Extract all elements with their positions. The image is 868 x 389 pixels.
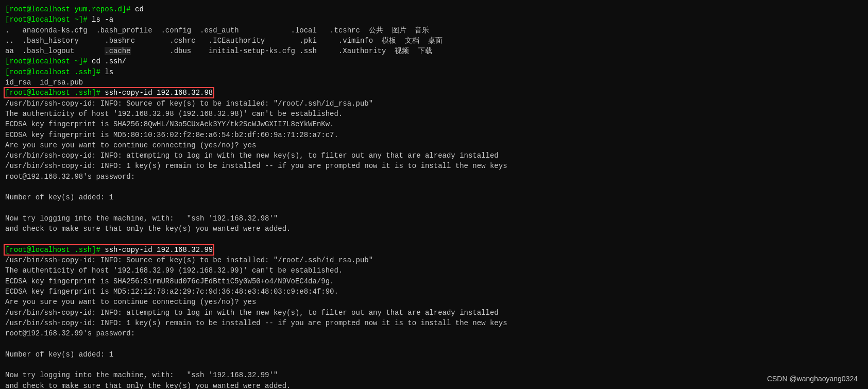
terminal-line: root@192.168.32.99's password: (5, 328, 863, 339)
terminal-line: ECDSA key fingerprint is MD5:12:12:78:a2… (5, 286, 863, 297)
terminal-line: Number of key(s) added: 1 (5, 192, 863, 202)
terminal-line: /usr/bin/ssh-copy-id: INFO: 1 key(s) rem… (5, 318, 863, 328)
terminal-line: id_rsa id_rsa.pub (5, 77, 863, 88)
terminal-line: .. .bash_history .bashrc .cshrc .ICEauth… (5, 36, 863, 46)
terminal-line: /usr/bin/ssh-copy-id: INFO: 1 key(s) rem… (5, 161, 863, 171)
terminal-line: . anaconda-ks.cfg .bash_profile .config … (5, 25, 863, 36)
terminal-line-cmd1: [root@localhost .ssh]# ssh-copy-id 192.1… (5, 88, 863, 98)
terminal-line: aa .bash_logout .cache .dbus initial-set… (5, 46, 863, 56)
terminal-line: Now try logging into the machine, with: … (5, 213, 863, 224)
terminal-line: and check to make sure that only the key… (5, 224, 863, 234)
terminal-line-blank (5, 234, 863, 245)
terminal-line: ECDSA key fingerprint is MD5:80:10:36:02… (5, 130, 863, 140)
terminal-line: root@192.168.32.98's password: (5, 172, 863, 182)
terminal-line-blank (5, 182, 863, 192)
terminal-line: and check to make sure that only the key… (5, 381, 863, 389)
terminal-line: The authenticity of host '192.168.32.98 … (5, 109, 863, 119)
terminal-line-blank (5, 203, 863, 213)
terminal-line: ECDSA key fingerprint is SHA256:8QwHL/N3… (5, 119, 863, 129)
terminal-line: The authenticity of host '192.168.32.99 … (5, 265, 863, 276)
terminal-line: /usr/bin/ssh-copy-id: INFO: Source of ke… (5, 98, 863, 109)
terminal-line-blank (5, 339, 863, 349)
terminal-line: [root@localhost ~]# ls -a (5, 14, 863, 25)
terminal-line: [root@localhost .ssh]# ls (5, 67, 863, 77)
terminal-line: Are you sure you want to continue connec… (5, 140, 863, 150)
terminal-line-cmd2: [root@localhost .ssh]# ssh-copy-id 192.1… (5, 245, 863, 255)
terminal-line: /usr/bin/ssh-copy-id: INFO: attempting t… (5, 150, 863, 161)
terminal-line: /usr/bin/ssh-copy-id: INFO: Source of ke… (5, 255, 863, 265)
terminal-window: [root@localhost yum.repos.d]# cd [root@l… (0, 0, 868, 389)
terminal-line: /usr/bin/ssh-copy-id: INFO: attempting t… (5, 308, 863, 318)
terminal-line: ECDSA key fingerprint is SHA256:SirmUR8u… (5, 276, 863, 286)
terminal-line: Now try logging into the machine, with: … (5, 370, 863, 380)
terminal-line-blank (5, 360, 863, 370)
terminal-line: Are you sure you want to continue connec… (5, 297, 863, 307)
terminal-line: Number of key(s) added: 1 (5, 349, 863, 360)
terminal-line: [root@localhost yum.repos.d]# cd (5, 4, 863, 14)
watermark: CSDN @wanghaoyang0324 (767, 375, 858, 383)
terminal-line: [root@localhost ~]# cd .ssh/ (5, 56, 863, 66)
